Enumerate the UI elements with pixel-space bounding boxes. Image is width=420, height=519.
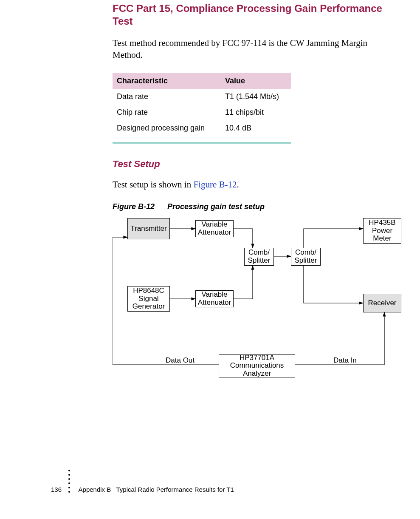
table-row: Data rate T1 (1.544 Mb/s) xyxy=(113,89,291,105)
table-row: Designed processing gain 10.4 dB xyxy=(113,120,291,136)
page-number: 136 xyxy=(51,486,62,493)
page-footer: 136 Appendix B Typical Radio Performance… xyxy=(51,477,395,503)
box-hp435b-power-meter: HP435B Power Meter xyxy=(363,218,401,244)
box-hp8648c-signal-generator: HP8648C Signal Generator xyxy=(127,286,170,312)
box-receiver: Receiver xyxy=(363,294,401,312)
figure-caption-title: Processing gain test setup xyxy=(167,202,265,211)
diagram: Transmitter Variable Attenuator HP435B P… xyxy=(113,218,410,397)
box-comb-splitter-1: Comb/ Splitter xyxy=(244,248,274,266)
cell-characteristic: Chip rate xyxy=(113,105,221,120)
appendix-label: Appendix B xyxy=(79,486,111,493)
setup-text-post: . xyxy=(237,179,239,190)
setup-paragraph: Test setup is shown in Figure B-12. xyxy=(113,179,395,190)
cell-value: 11 chips/bit xyxy=(221,105,291,120)
label-data-out: Data Out xyxy=(166,356,194,365)
table-header-characteristic: Characteristic xyxy=(113,73,221,89)
subsection-heading: Test Setup xyxy=(113,159,395,170)
table-header-value: Value xyxy=(221,73,291,89)
appendix-title: Typical Radio Performance Results for T1 xyxy=(116,486,234,493)
box-hp37701a-analyzer: HP37701A Communications Analyzer xyxy=(219,354,295,377)
box-variable-attenuator-bottom: Variable Attenuator xyxy=(195,290,234,307)
cell-value: T1 (1.544 Mb/s) xyxy=(221,89,291,105)
table-row: Chip rate 11 chips/bit xyxy=(113,105,291,120)
table-underline xyxy=(113,142,291,144)
figure-caption-number: Figure B-12 xyxy=(113,202,155,211)
section-heading: FCC Part 15, Compliance Processing Gain … xyxy=(113,2,395,28)
cell-value: 10.4 dB xyxy=(221,120,291,136)
box-comb-splitter-2: Comb/ Splitter xyxy=(291,248,321,266)
cell-characteristic: Data rate xyxy=(113,89,221,105)
box-transmitter: Transmitter xyxy=(127,218,170,239)
footer-dots-icon xyxy=(67,477,72,503)
box-variable-attenuator-top: Variable Attenuator xyxy=(195,220,234,237)
cell-characteristic: Designed processing gain xyxy=(113,120,221,136)
characteristics-table: Characteristic Value Data rate T1 (1.544… xyxy=(113,73,291,136)
intro-paragraph: Test method recommended by FCC 97-114 is… xyxy=(113,37,395,61)
figure-link[interactable]: Figure B-12 xyxy=(193,179,237,190)
figure-caption: Figure B-12 Processing gain test setup xyxy=(113,202,395,211)
label-data-in: Data In xyxy=(333,356,357,365)
setup-text-pre: Test setup is shown in xyxy=(113,179,193,190)
